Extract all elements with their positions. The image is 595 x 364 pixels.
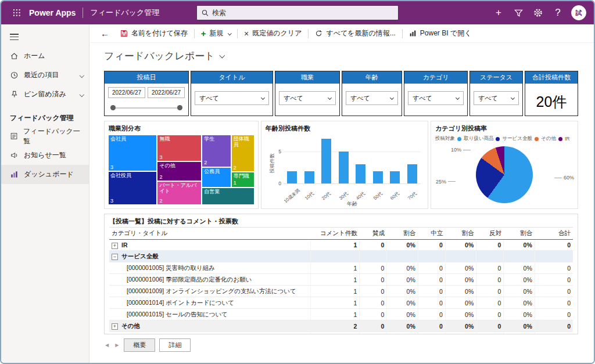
table-row[interactable]: [0000001014] ポイントカードについて 10 0%0 0%0 0%0	[109, 297, 573, 309]
column-header[interactable]: 中立	[418, 228, 445, 240]
tab-overview[interactable]: 概要	[124, 338, 155, 352]
treemap-block[interactable]: 会社役員3	[108, 171, 157, 205]
avatar[interactable]: 試	[571, 5, 586, 20]
pie-chart[interactable]	[476, 146, 533, 203]
date-range-slider[interactable]	[110, 105, 182, 111]
help-icon[interactable]: ?	[549, 3, 567, 22]
chart-title: 年齢別投稿件数	[266, 124, 424, 133]
slicer-header: 合計投稿件数	[525, 71, 578, 84]
sidebar-item-notices[interactable]: お知らせ一覧	[1, 146, 89, 165]
bar[interactable]	[287, 171, 297, 184]
back-button[interactable]: ←	[95, 27, 115, 39]
sidebar-item-dashboard[interactable]: ダッシュボード	[1, 165, 89, 184]
slider-handle-right[interactable]	[177, 105, 182, 110]
treemap-block[interactable]: 無職3	[157, 135, 202, 161]
clear-defaults-button[interactable]: × 既定値のクリア	[239, 26, 307, 41]
column-header[interactable]: 割合	[445, 228, 476, 240]
treemap-block[interactable]: 会社員3	[108, 135, 157, 171]
add-icon[interactable]: +	[489, 3, 508, 22]
treemap-block[interactable]: 専門職1	[231, 172, 255, 188]
slider-track	[110, 107, 182, 109]
tab-details[interactable]: 詳細	[159, 338, 191, 352]
collapse-toggle[interactable]: −	[112, 254, 118, 260]
chevron-down-icon[interactable]	[79, 92, 84, 97]
bar[interactable]	[373, 171, 383, 184]
treemap-block[interactable]: 団体職員2	[231, 135, 255, 172]
column-header[interactable]: 合計	[535, 228, 573, 240]
save-as-button[interactable]: 名前を付けて保存	[115, 26, 193, 41]
legend-label[interactable]: IR	[565, 136, 570, 142]
sidebar-item-label: お知らせ一覧	[24, 150, 66, 160]
bar[interactable]	[304, 171, 314, 184]
slicer-occupation: 職業 すべて	[275, 71, 340, 116]
table-row[interactable]: +IR 10 0%0 0%0 0%0	[109, 240, 573, 251]
list-icon	[10, 132, 18, 140]
chevron-down-icon[interactable]	[228, 31, 231, 35]
chevron-down-icon[interactable]	[79, 73, 84, 78]
app-name[interactable]: Power Apps	[29, 8, 76, 17]
bar[interactable]	[356, 164, 365, 184]
sidebar-item-label: ダッシュボード	[24, 170, 74, 179]
report-title[interactable]: フィードバックレポート	[104, 49, 594, 63]
sidebar-item-pinned[interactable]: ピン留め済み	[1, 85, 89, 104]
category-dropdown[interactable]: すべて	[408, 91, 464, 105]
legend-label[interactable]: サービス全般	[502, 135, 532, 142]
slider-handle-left[interactable]	[110, 105, 116, 110]
column-header[interactable]: 賛成	[360, 228, 387, 240]
refresh-all-button[interactable]: すべてを最新の情報...	[310, 26, 400, 41]
title-dropdown[interactable]: すべて	[195, 91, 269, 105]
chevron-down-icon	[261, 95, 265, 99]
chevron-down-icon[interactable]	[219, 52, 224, 57]
legend-title: 投稿対象	[435, 135, 455, 142]
treemap-block[interactable]: 学生2	[202, 135, 231, 167]
sidebar-item-home[interactable]: ホーム	[1, 46, 89, 66]
settings-gear-icon[interactable]	[529, 3, 547, 22]
save-as-label: 名前を付けて保存	[131, 28, 188, 38]
hamburger-menu-icon[interactable]	[1, 24, 89, 46]
occupation-dropdown[interactable]: すべて	[279, 91, 336, 105]
next-page-arrow[interactable]: ▶	[114, 341, 120, 349]
table-row[interactable]: [0000001005] 災害時の取り組み 10 0%0 0%0 0%0	[109, 262, 573, 274]
table-row[interactable]: [0000001006] 季節限定商品の定番化のお願い 10 0%0 0%0 0…	[109, 274, 573, 286]
table-row[interactable]: [0000001015] セールの告知について 10 0%0 0%0 0%0	[109, 309, 573, 320]
slicer-header: カテゴリ	[404, 71, 467, 84]
table-row[interactable]: +その他 20 0%0 0%0 0%0	[109, 320, 573, 332]
status-dropdown[interactable]: すべて	[474, 91, 519, 105]
treemap-block[interactable]: パート・アルバイト2	[157, 181, 202, 205]
column-header[interactable]: 割合	[504, 228, 535, 240]
treemap-block[interactable]: 自営業	[202, 188, 255, 205]
column-header[interactable]: 反対	[476, 228, 504, 240]
filter-icon[interactable]	[509, 3, 528, 22]
toolbar-separator	[237, 29, 238, 38]
sidebar-item-label: フィードバック一覧	[23, 127, 83, 146]
search-input[interactable]	[212, 9, 393, 17]
charts-row: 職業別分布 会社員3 無職3 会社役員3 その他2 パート・アルバイト2 学生2…	[104, 121, 578, 209]
bar[interactable]	[407, 164, 417, 184]
table-row[interactable]: [0000001009] オンラインショッピングの支払い方法について 10 0%…	[109, 286, 573, 297]
expand-toggle[interactable]: +	[112, 323, 118, 330]
bar[interactable]	[321, 139, 331, 184]
expand-toggle[interactable]: +	[112, 243, 118, 249]
clock-icon	[10, 71, 19, 80]
bar[interactable]	[339, 152, 349, 184]
legend-label[interactable]: その他	[541, 135, 556, 142]
sidebar-item-recent[interactable]: 最近の項目	[1, 66, 89, 85]
date-from-input[interactable]: 2022/06/27	[108, 87, 145, 98]
legend-label[interactable]: 取り扱い商品	[464, 135, 493, 142]
waffle-menu-icon[interactable]	[6, 1, 28, 24]
table-row[interactable]: +取り扱い商品 110 0%0 0%0 0%0	[109, 332, 573, 335]
bar[interactable]	[390, 171, 400, 184]
table-row[interactable]: −サービス全般	[109, 251, 573, 262]
column-header[interactable]: 割合	[387, 228, 418, 240]
date-to-input[interactable]: 2022/06/27	[148, 87, 185, 98]
column-header[interactable]: カテゴリ・タイトル	[109, 228, 311, 240]
treemap-block[interactable]: 公務員	[202, 167, 231, 188]
open-powerbi-button[interactable]: Power BI で開く	[404, 26, 477, 41]
treemap-block[interactable]: その他2	[157, 161, 202, 181]
search-box[interactable]	[196, 5, 399, 20]
prev-page-arrow[interactable]: ◀	[104, 341, 110, 349]
column-header[interactable]: コメント件数	[311, 228, 360, 240]
age-dropdown[interactable]: すべて	[346, 91, 398, 105]
sidebar-item-feedback-list[interactable]: フィードバック一覧	[1, 127, 89, 146]
new-button[interactable]: + 新規	[196, 26, 236, 41]
